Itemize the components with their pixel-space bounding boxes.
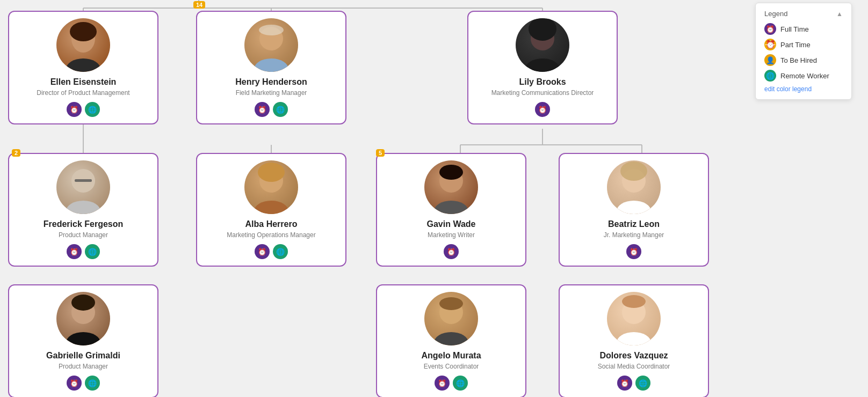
count-5-badge: 5: [376, 149, 385, 157]
legend-item-parttime: ⏰ Part Time: [764, 39, 843, 50]
badges-alba: ⏰ 🌐: [255, 244, 288, 259]
badge-fulltime-dolores: ⏰: [617, 376, 632, 391]
avatar-henry: [244, 18, 298, 72]
title-lily: Marketing Communications Director: [491, 89, 594, 97]
name-fred: Frederick Fergeson: [44, 219, 124, 229]
badge-remote-angelo: 🌐: [453, 376, 468, 391]
node-henry[interactable]: Henry Henderson Field Marketing Manager …: [196, 11, 346, 124]
badge-fulltime-ellen: ⏰: [67, 102, 82, 117]
legend-item-tobehired: 👤 To Be Hired: [764, 54, 843, 66]
badge-fulltime-gabrielle: ⏰: [67, 376, 82, 391]
svg-point-16: [66, 58, 100, 72]
name-gavin: Gavin Wade: [427, 219, 476, 229]
svg-rect-22: [75, 179, 92, 182]
node-angelo[interactable]: Angelo Murata Events Coordinator ⏰ 🌐: [376, 284, 526, 397]
name-henry: Henry Henderson: [235, 77, 307, 87]
badge-fulltime-fred: ⏰: [67, 244, 82, 259]
edit-legend-link[interactable]: edit color legend: [764, 85, 843, 93]
name-ellen: Ellen Eisenstein: [50, 77, 117, 87]
node-fred[interactable]: Frederick Fergeson Product Manager ⏰ 🌐: [8, 153, 158, 267]
node-gabrielle[interactable]: Gabrielle Grimaldi Product Manager ⏰ 🌐: [8, 284, 158, 397]
title-gavin: Marketing Writer: [428, 231, 475, 239]
legend-label-tobehired: To Be Hired: [780, 56, 817, 64]
svg-point-42: [439, 165, 463, 180]
svg-point-52: [617, 332, 651, 345]
badges-lily: ⏰: [535, 102, 550, 117]
svg-point-48: [434, 332, 468, 345]
node-ellen[interactable]: Ellen Eisenstein Director of Product Man…: [8, 11, 158, 124]
legend-icon-tobehired: 👤: [764, 54, 776, 66]
svg-point-18: [70, 22, 97, 41]
avatar-fred: [56, 160, 110, 214]
svg-point-38: [529, 18, 556, 41]
badges-fred: ⏰ 🌐: [67, 244, 100, 259]
legend-label-parttime: Part Time: [780, 41, 811, 49]
node-dolores[interactable]: Dolores Vazquez Social Media Coordinator…: [559, 284, 709, 397]
badge-fulltime-lily: ⏰: [535, 102, 550, 117]
svg-point-30: [259, 25, 284, 35]
badge-fulltime-gavin: ⏰: [444, 244, 459, 259]
badges-dolores: ⏰ 🌐: [617, 376, 650, 391]
node-alba[interactable]: Alba Herrero Marketing Operations Manage…: [196, 153, 346, 267]
legend-label-fulltime: Full Time: [780, 25, 809, 33]
svg-point-54: [622, 295, 646, 308]
title-angelo: Events Coordinator: [424, 363, 479, 370]
svg-point-34: [258, 163, 285, 182]
avatar-lily: [516, 18, 569, 72]
svg-point-20: [66, 201, 100, 214]
badges-gabrielle: ⏰ 🌐: [67, 376, 100, 391]
svg-point-46: [620, 161, 647, 181]
badge-fulltime-henry: ⏰: [255, 102, 270, 117]
badge-remote-fred: 🌐: [85, 244, 100, 259]
badge-remote-ellen: 🌐: [85, 102, 100, 117]
avatar-angelo: [424, 292, 478, 345]
title-ellen: Director of Product Management: [37, 89, 129, 97]
legend-header: Legend ▲: [764, 10, 843, 18]
org-chart: 14 Ellen Eisenstein Director of Product …: [0, 0, 868, 397]
legend-label-remote: Remote Worker: [780, 72, 829, 80]
node-gavin[interactable]: Gavin Wade Marketing Writer ⏰: [376, 153, 526, 267]
node-lily[interactable]: Lily Brooks Marketing Communications Dir…: [467, 11, 618, 124]
avatar-beatriz: [607, 160, 661, 214]
svg-point-24: [66, 332, 100, 345]
avatar-alba: [244, 160, 298, 214]
legend-item-fulltime: ⏰ Full Time: [764, 23, 843, 35]
title-beatriz: Jr. Marketing Manger: [604, 231, 664, 239]
title-dolores: Social Media Coordinator: [598, 363, 670, 370]
title-gabrielle: Product Manager: [59, 363, 108, 370]
legend-collapse-button[interactable]: ▲: [836, 10, 843, 18]
legend-item-remote: 🌐 Remote Worker: [764, 70, 843, 82]
badges-angelo: ⏰ 🌐: [435, 376, 468, 391]
badge-remote-alba: 🌐: [273, 244, 288, 259]
count-2-badge: 2: [12, 149, 20, 157]
name-lily: Lily Brooks: [519, 77, 566, 87]
title-henry: Field Marketing Manager: [236, 89, 307, 97]
name-angelo: Angelo Murata: [421, 351, 481, 361]
badges-beatriz: ⏰: [626, 244, 641, 259]
avatar-gavin: [424, 160, 478, 214]
legend-icon-parttime: ⏰: [764, 39, 776, 50]
badges-ellen: ⏰ 🌐: [67, 102, 100, 117]
badges-gavin: ⏰: [444, 244, 459, 259]
svg-point-40: [434, 201, 468, 214]
name-beatriz: Beatriz Leon: [608, 219, 660, 229]
badge-fulltime-alba: ⏰: [255, 244, 270, 259]
avatar-dolores: [607, 292, 661, 345]
badge-fulltime-angelo: ⏰: [435, 376, 450, 391]
svg-point-50: [439, 297, 463, 310]
badges-henry: ⏰ 🌐: [255, 102, 288, 117]
badge-remote-henry: 🌐: [273, 102, 288, 117]
svg-point-26: [71, 295, 95, 311]
name-dolores: Dolores Vazquez: [599, 351, 668, 361]
name-alba: Alba Herrero: [245, 219, 298, 229]
node-beatriz[interactable]: Beatriz Leon Jr. Marketing Manger ⏰: [559, 153, 709, 267]
svg-point-28: [254, 58, 288, 72]
legend-icon-fulltime: ⏰: [764, 23, 776, 35]
name-gabrielle: Gabrielle Grimaldi: [46, 351, 120, 361]
badge-remote-dolores: 🌐: [635, 376, 650, 391]
avatar-ellen: [56, 18, 110, 72]
svg-point-44: [617, 201, 651, 214]
svg-point-36: [525, 58, 560, 72]
title-fred: Product Manager: [59, 231, 108, 239]
legend-title: Legend: [764, 10, 787, 18]
